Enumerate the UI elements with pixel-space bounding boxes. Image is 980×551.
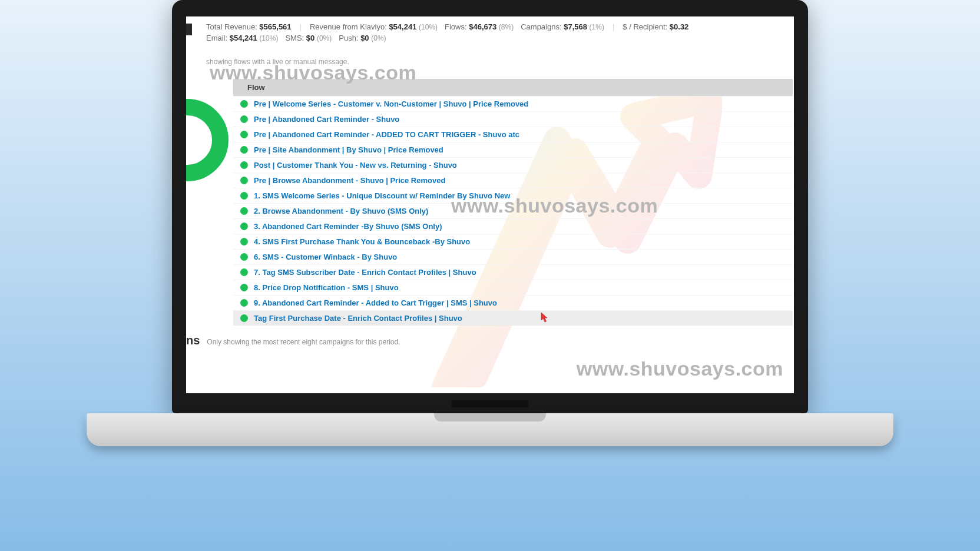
laptop-notch [434,413,546,421]
flows-table: Flow Pre | Welcome Series - Customer v. … [233,79,793,326]
metric-value: $54,241 [389,22,416,31]
flows-filter-note: showing flows with a live or manual mess… [203,58,782,66]
status-dot-icon [240,192,248,200]
laptop-screen-frame: Total Revenue: $565,561 | Revenue from K… [172,0,808,413]
column-header-flow: Flow [247,83,265,92]
status-dot-icon [240,146,248,154]
table-row[interactable]: 3. Abandoned Cart Reminder -By Shuvo (SM… [233,218,793,234]
metric-value: $0.32 [670,22,689,31]
table-row[interactable]: 1. SMS Welcome Series - Unique Discount … [233,188,793,203]
metric-push: Push: $0 (0%) [335,34,389,42]
metric-label: SMS: [285,34,304,42]
status-dot-icon [240,177,248,184]
metric-campaigns: Campaigns: $7,568 (1%) [517,22,608,31]
metric-percent: (10%) [419,23,438,31]
donut-chart [186,99,229,181]
table-row[interactable]: Post | Customer Thank You - New vs. Retu… [233,157,793,172]
status-dot-icon [240,284,248,291]
dashboard-screen: Total Revenue: $565,561 | Revenue from K… [186,16,794,393]
metric-sms: SMS: $0 (0%) [282,34,335,42]
metric-email: Email: $54,241 (10%) [203,34,282,42]
status-dot-icon [240,100,248,108]
status-dot-icon [240,223,248,230]
metric-value: $565,561 [259,22,291,31]
donut-chart-ring [186,99,229,181]
flow-link[interactable]: 7. Tag SMS Subscriber Date - Enrich Cont… [254,268,476,277]
metric-label: Email: [206,34,227,42]
flow-link[interactable]: Pre | Abandoned Cart Reminder - Shuvo [254,115,399,124]
flow-link[interactable]: Pre | Abandoned Cart Reminder - ADDED TO… [254,130,519,139]
metric-percent: (1%) [590,23,604,31]
metric-percent: (0%) [371,34,386,42]
metric-flows: Flows: $46,673 (8%) [441,22,517,31]
status-dot-icon [240,314,248,322]
metrics-bar: Total Revenue: $565,561 | Revenue from K… [186,16,794,68]
status-dot-icon [240,207,248,215]
status-dot-icon [240,161,248,169]
watermark-text: www.shuvosays.com [577,357,783,380]
metric-klaviyo-revenue: Revenue from Klaviyo: $54,241 (10%) [306,22,441,31]
flow-link[interactable]: 2. Browse Abandonment - By Shuvo (SMS On… [254,207,428,215]
table-row[interactable]: Pre | Browse Abandonment - Shuvo | Price… [233,172,793,188]
flow-link[interactable]: Pre | Browse Abandonment - Shuvo | Price… [254,176,445,185]
metric-label: Total Revenue: [206,22,257,31]
metric-label: Campaigns: [521,22,561,31]
metric-total-revenue: Total Revenue: $565,561 [203,22,295,31]
flow-link[interactable]: 4. SMS First Purchase Thank You & Bounce… [254,237,470,246]
status-dot-icon [240,115,248,123]
campaigns-subtext: Only showing the most recent eight campa… [207,338,400,346]
metric-value: $7,568 [564,22,587,31]
metric-per-recipient: $ / Recipient: $0.32 [619,22,692,31]
laptop-mockup: Total Revenue: $565,561 | Revenue from K… [172,0,808,446]
metric-percent: (8%) [499,23,514,31]
metric-label: Revenue from Klaviyo: [310,22,387,31]
table-row[interactable]: 4. SMS First Purchase Thank You & Bounce… [233,234,793,249]
flow-link[interactable]: 9. Abandoned Cart Reminder - Added to Ca… [254,298,497,307]
flow-link[interactable]: Tag First Purchase Date - Enrich Contact… [254,314,462,323]
flow-link[interactable]: 8. Price Drop Notification - SMS | Shuvo [254,283,399,292]
flow-link[interactable]: Pre | Site Abandonment | By Shuvo | Pric… [254,145,443,154]
table-row[interactable]: 6. SMS - Customer Winback - By Shuvo [233,249,793,264]
status-dot-icon [240,238,248,245]
status-dot-icon [240,299,248,307]
table-row[interactable]: 9. Abandoned Cart Reminder - Added to Ca… [233,295,793,310]
table-row[interactable]: 7. Tag SMS Subscriber Date - Enrich Cont… [233,264,793,280]
table-row[interactable]: 8. Price Drop Notification - SMS | Shuvo [233,280,793,295]
flows-table-header[interactable]: Flow [233,79,793,96]
metric-percent: (0%) [317,34,332,42]
status-dot-icon [240,268,248,276]
flow-link[interactable]: 3. Abandoned Cart Reminder -By Shuvo (SM… [254,222,442,231]
laptop-hinge [452,400,528,407]
flow-link[interactable]: 6. SMS - Customer Winback - By Shuvo [254,253,397,261]
flows-table-body: Pre | Welcome Series - Customer v. Non-C… [233,96,793,326]
table-row[interactable]: Pre | Abandoned Cart Reminder - ADDED TO… [233,127,793,142]
status-dot-icon [240,131,248,138]
table-row[interactable]: Tag First Purchase Date - Enrich Contact… [233,310,793,326]
metric-value: $54,241 [230,34,257,42]
table-row[interactable]: Pre | Site Abandonment | By Shuvo | Pric… [233,142,793,157]
metric-value: $46,673 [469,22,496,31]
table-row[interactable]: Pre | Abandoned Cart Reminder - Shuvo [233,111,793,127]
flow-link[interactable]: 1. SMS Welcome Series - Unique Discount … [254,191,510,200]
table-row[interactable]: Pre | Welcome Series - Customer v. Non-C… [233,96,793,111]
campaigns-heading-fragment: ns [186,334,200,347]
metric-value: $0 [306,34,314,42]
laptop-base [87,413,893,446]
metric-value: $0 [360,34,369,42]
separator: | [608,22,619,31]
table-row[interactable]: 2. Browse Abandonment - By Shuvo (SMS On… [233,203,793,218]
metric-label: Push: [339,34,358,42]
status-dot-icon [240,253,248,261]
metric-percent: (10%) [259,34,278,42]
separator: | [295,22,306,31]
metric-label: Flows: [445,22,467,31]
campaigns-section: ns Only showing the most recent eight ca… [186,326,794,353]
flow-link[interactable]: Pre | Welcome Series - Customer v. Non-C… [254,99,528,108]
flow-link[interactable]: Post | Customer Thank You - New vs. Retu… [254,161,457,170]
metric-label: $ / Recipient: [623,22,667,31]
